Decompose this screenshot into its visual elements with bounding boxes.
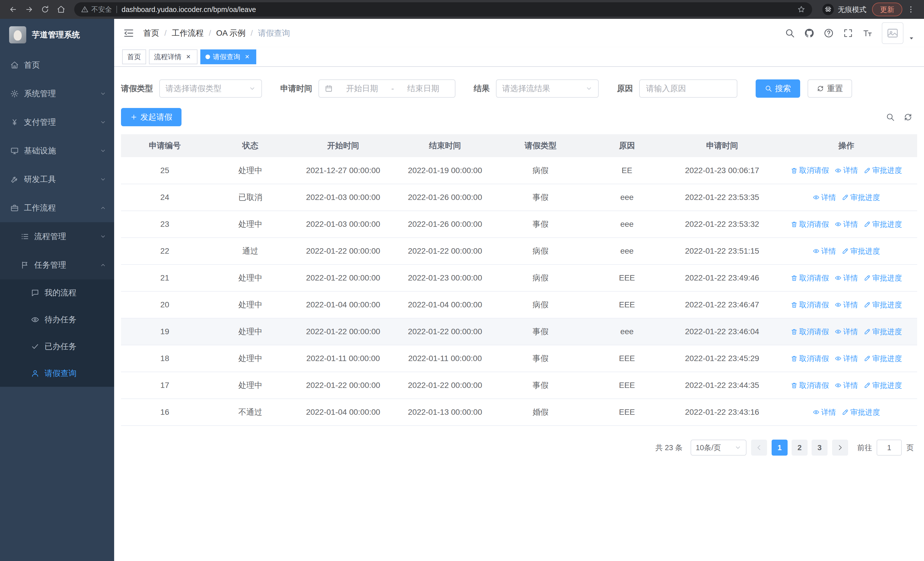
cancel-link[interactable]: 取消请假	[791, 353, 829, 364]
forward-button[interactable]	[22, 2, 36, 17]
detail-link[interactable]: 详情	[835, 381, 858, 391]
refresh-table-icon[interactable]	[903, 113, 913, 122]
detail-link[interactable]: 详情	[835, 327, 858, 337]
breadcrumb-item[interactable]: OA 示例	[216, 28, 246, 39]
search-button[interactable]: 搜索	[756, 80, 800, 98]
detail-link[interactable]: 详情	[813, 193, 836, 203]
sidebar-item-leave-query[interactable]: 请假查询	[0, 360, 114, 387]
font-size-icon[interactable]	[862, 28, 873, 38]
cancel-link[interactable]: 取消请假	[791, 381, 829, 391]
sidebar-item-process-mgmt[interactable]: 流程管理	[0, 222, 114, 251]
back-button[interactable]	[6, 2, 21, 17]
sidebar-item-todo-tasks[interactable]: 待办任务	[0, 306, 114, 333]
cell-status: 处理中	[208, 157, 292, 184]
sidebar-item-system-mgmt[interactable]: 系统管理	[0, 80, 114, 108]
cancel-link[interactable]: 取消请假	[791, 273, 829, 283]
avatar[interactable]	[882, 22, 903, 44]
progress-link[interactable]: 审批进度	[864, 381, 902, 391]
page-button-3[interactable]: 3	[812, 439, 828, 456]
sidebar-item-infrastructure[interactable]: 基础设施	[0, 137, 114, 165]
cell-start: 2022-01-11 00:00:00	[292, 345, 394, 372]
progress-link[interactable]: 审批进度	[864, 273, 902, 283]
address-bar[interactable]: 不安全 dashboard.yudao.iocoder.cn/bpm/oa/le…	[74, 2, 812, 17]
column-header: 操作	[776, 134, 917, 157]
tab-home[interactable]: 首页	[122, 50, 146, 64]
goto-page-input[interactable]	[877, 439, 902, 456]
detail-link[interactable]: 详情	[835, 300, 858, 310]
breadcrumb-item[interactable]: 首页	[143, 28, 159, 39]
next-page-button[interactable]	[832, 439, 848, 456]
sidebar-item-dev-tools[interactable]: 研发工具	[0, 165, 114, 194]
cancel-link[interactable]: 取消请假	[791, 327, 829, 337]
tab-leave-query[interactable]: 请假查询×	[200, 50, 256, 64]
detail-link[interactable]: 详情	[835, 220, 858, 229]
detail-link[interactable]: 详情	[835, 273, 858, 283]
app-logo[interactable]: 芋道管理系统	[0, 19, 114, 51]
github-icon[interactable]	[804, 28, 814, 38]
progress-link[interactable]: 审批进度	[842, 193, 880, 203]
page-size-select[interactable]: 10条/页	[691, 439, 747, 456]
cell-type: 事假	[496, 184, 585, 211]
progress-link[interactable]: 审批进度	[864, 300, 902, 310]
cancel-link[interactable]: 取消请假	[791, 165, 829, 175]
trash-icon	[791, 382, 798, 389]
help-icon[interactable]	[824, 28, 834, 38]
caret-down-icon[interactable]	[908, 35, 915, 42]
result-select[interactable]: 请选择流结果	[496, 80, 599, 98]
sidebar-toggle-icon[interactable]	[123, 28, 134, 39]
cell-status: 已取消	[208, 184, 292, 211]
search-icon	[765, 85, 772, 92]
page-button-1[interactable]: 1	[772, 439, 788, 456]
leave-table: 申请编号状态开始时间结束时间请假类型原因申请时间操作 25处理中2021-12-…	[121, 134, 917, 426]
cell-status: 处理中	[208, 265, 292, 291]
detail-link[interactable]: 详情	[813, 407, 836, 417]
prev-page-button[interactable]	[751, 439, 767, 456]
reload-button[interactable]	[38, 2, 52, 17]
home-button[interactable]	[54, 2, 69, 17]
sidebar-item-my-process[interactable]: 我的流程	[0, 279, 114, 306]
progress-link[interactable]: 审批进度	[842, 246, 880, 256]
progress-link[interactable]: 审批进度	[864, 327, 902, 337]
incognito-badge: 无痕模式	[822, 4, 866, 15]
create-leave-button[interactable]: 发起请假	[121, 108, 182, 126]
detail-link[interactable]: 详情	[835, 353, 858, 364]
browser-menu-icon[interactable]	[903, 2, 918, 17]
progress-link[interactable]: 审批进度	[864, 353, 902, 364]
sidebar-item-home[interactable]: 首页	[0, 51, 114, 80]
detail-link[interactable]: 详情	[835, 165, 858, 175]
bookmark-star-icon[interactable]	[797, 5, 805, 14]
cell-applied: 2022-01-22 23:43:16	[669, 399, 776, 426]
sidebar-item-payment-mgmt[interactable]: 支付管理	[0, 108, 114, 137]
close-icon[interactable]: ×	[184, 53, 192, 61]
wrench-icon	[10, 175, 19, 183]
breadcrumb-item[interactable]: 工作流程	[172, 28, 204, 39]
security-warning[interactable]: 不安全	[81, 5, 112, 14]
cancel-link[interactable]: 取消请假	[791, 300, 829, 310]
tab-process-detail[interactable]: 流程详情×	[149, 50, 198, 64]
cell-end: 2022-01-22 00:00:00	[394, 372, 496, 399]
toggle-search-icon[interactable]	[886, 113, 895, 122]
cancel-link[interactable]: 取消请假	[791, 220, 829, 229]
divider	[116, 6, 117, 13]
sidebar-item-workflow[interactable]: 工作流程	[0, 194, 114, 222]
detail-link[interactable]: 详情	[813, 246, 836, 256]
apply-time-range-picker[interactable]: 开始日期 - 结束日期	[318, 80, 455, 98]
progress-link[interactable]: 审批进度	[864, 220, 902, 229]
sidebar-item-done-tasks[interactable]: 已办任务	[0, 333, 114, 360]
progress-link[interactable]: 审批进度	[842, 407, 880, 417]
reset-button[interactable]: 重置	[808, 80, 852, 98]
cell-end: 2022-01-11 00:00:00	[394, 345, 496, 372]
action-label: 详情	[843, 273, 858, 283]
user-icon	[31, 369, 39, 378]
sidebar-item-task-mgmt[interactable]: 任务管理	[0, 251, 114, 279]
close-icon[interactable]: ×	[243, 53, 251, 61]
reason-input[interactable]	[639, 80, 737, 98]
progress-link[interactable]: 审批进度	[864, 165, 902, 175]
fullscreen-icon[interactable]	[843, 28, 853, 38]
gear-icon	[10, 89, 19, 98]
column-header: 申请编号	[121, 134, 208, 157]
page-button-2[interactable]: 2	[792, 439, 808, 456]
leave-type-select[interactable]: 请选择请假类型	[159, 80, 262, 98]
search-icon[interactable]	[785, 28, 795, 38]
update-button[interactable]: 更新	[872, 3, 902, 16]
